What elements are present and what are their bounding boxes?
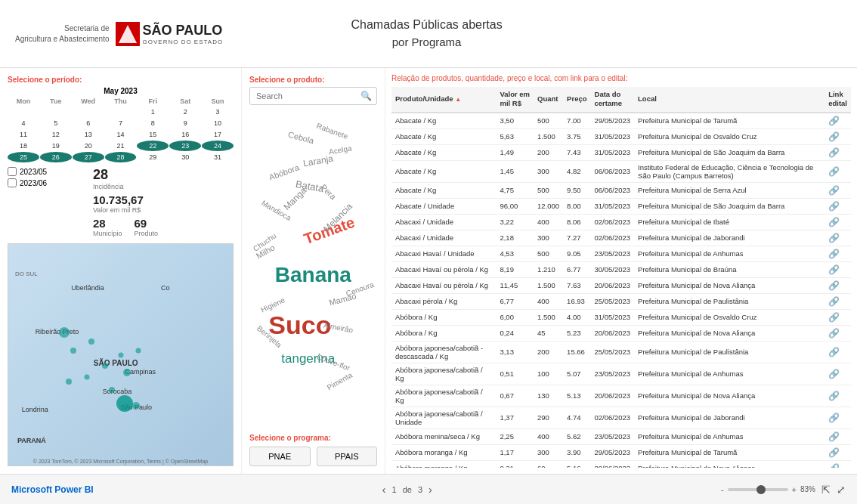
- cal-day[interactable]: 4: [8, 118, 39, 128]
- word-banana[interactable]: Banana: [275, 263, 351, 287]
- link-cell[interactable]: 🔗: [825, 407, 851, 428]
- link-cell[interactable]: 🔗: [825, 261, 851, 277]
- cal-day[interactable]: [105, 107, 137, 117]
- cal-day[interactable]: 22: [137, 141, 169, 151]
- month-checkbox-2[interactable]: [8, 178, 17, 187]
- month-option-2[interactable]: 2023/06: [8, 178, 78, 187]
- link-cell[interactable]: 🔗: [825, 460, 851, 468]
- cal-day[interactable]: 14: [105, 129, 137, 140]
- link-cell[interactable]: 🔗: [825, 444, 851, 460]
- link-cell[interactable]: 🔗: [825, 293, 851, 309]
- cal-day[interactable]: 28: [105, 152, 137, 162]
- col-produto[interactable]: Produto/Unidade ▲: [391, 87, 496, 113]
- powerbi-brand[interactable]: Microsoft Power BI: [11, 484, 94, 495]
- share-icon[interactable]: ⇱: [821, 484, 831, 496]
- cal-day[interactable]: 6: [73, 118, 104, 128]
- link-cell[interactable]: 🔗: [825, 246, 851, 261]
- cal-day[interactable]: 7: [105, 118, 137, 128]
- link-cell[interactable]: 🔗: [825, 428, 851, 444]
- col-quant[interactable]: Quant: [534, 87, 563, 113]
- word-cebola[interactable]: Cebola: [287, 130, 315, 146]
- cal-day[interactable]: 24: [202, 141, 234, 151]
- search-input[interactable]: [256, 91, 360, 100]
- link-icon[interactable]: 🔗: [828, 463, 840, 468]
- word-suco[interactable]: Suco: [268, 311, 331, 340]
- cal-day[interactable]: 25: [8, 152, 39, 162]
- link-cell[interactable]: 🔗: [825, 113, 851, 129]
- link-icon[interactable]: 🔗: [828, 347, 840, 357]
- link-cell[interactable]: 🔗: [825, 325, 851, 341]
- link-cell[interactable]: 🔗: [825, 198, 851, 214]
- cal-day[interactable]: 16: [169, 129, 201, 140]
- cal-day[interactable]: 2: [169, 107, 201, 117]
- link-icon[interactable]: 🔗: [828, 280, 840, 291]
- ppais-button[interactable]: PPAIS: [317, 447, 378, 466]
- link-icon[interactable]: 🔗: [828, 217, 840, 227]
- cal-day[interactable]: 10: [202, 118, 234, 128]
- cal-day[interactable]: 5: [40, 118, 72, 128]
- col-preco[interactable]: Preço: [563, 87, 590, 113]
- cal-day[interactable]: 11: [8, 129, 39, 140]
- col-link[interactable]: Linkedital: [825, 87, 851, 113]
- link-icon[interactable]: 🔗: [828, 328, 840, 339]
- cal-day[interactable]: 12: [40, 129, 72, 140]
- cal-day[interactable]: 1: [137, 107, 169, 117]
- link-cell[interactable]: 🔗: [825, 230, 851, 246]
- cal-day[interactable]: 30: [169, 152, 201, 162]
- cal-day[interactable]: 23: [169, 141, 201, 151]
- link-icon[interactable]: 🔗: [828, 131, 840, 142]
- pnae-button[interactable]: PNAE: [249, 447, 311, 466]
- prev-page-button[interactable]: ‹: [382, 484, 386, 496]
- cal-day[interactable]: 27: [73, 152, 104, 162]
- link-icon[interactable]: 🔗: [828, 233, 840, 243]
- link-icon[interactable]: 🔗: [828, 431, 840, 442]
- month-option-1[interactable]: 2023/05: [8, 167, 78, 176]
- link-icon[interactable]: 🔗: [828, 116, 840, 126]
- link-icon[interactable]: 🔗: [828, 185, 840, 196]
- link-cell[interactable]: 🔗: [825, 309, 851, 325]
- cal-day[interactable]: 3: [202, 107, 234, 117]
- link-icon[interactable]: 🔗: [828, 249, 840, 259]
- search-box[interactable]: 🔍: [249, 87, 377, 105]
- col-data[interactable]: Data docertame: [591, 87, 635, 113]
- cal-day[interactable]: 8: [137, 118, 169, 128]
- cal-day[interactable]: 26: [40, 152, 72, 162]
- word-rabanete[interactable]: Rabanete: [315, 122, 349, 141]
- month-checkbox-1[interactable]: [8, 167, 17, 176]
- cal-day[interactable]: 29: [137, 152, 169, 162]
- cal-day[interactable]: 20: [73, 141, 104, 151]
- link-icon[interactable]: 🔗: [828, 264, 840, 275]
- link-icon[interactable]: 🔗: [828, 201, 840, 212]
- col-local[interactable]: Local: [634, 87, 825, 113]
- col-valor[interactable]: Valor emmil R$: [496, 87, 534, 113]
- link-icon[interactable]: 🔗: [828, 312, 840, 323]
- cal-day[interactable]: 15: [137, 129, 169, 140]
- cal-day[interactable]: [8, 107, 39, 117]
- link-cell[interactable]: 🔗: [825, 128, 851, 144]
- link-icon[interactable]: 🔗: [828, 369, 840, 379]
- link-cell[interactable]: 🔗: [825, 363, 851, 385]
- link-cell[interactable]: 🔗: [825, 341, 851, 363]
- cal-day[interactable]: [40, 107, 72, 117]
- word-acelga[interactable]: Acelga: [328, 144, 352, 156]
- cal-day[interactable]: 21: [105, 141, 137, 151]
- link-icon[interactable]: 🔗: [828, 391, 840, 401]
- zoom-plus-button[interactable]: +: [792, 485, 797, 494]
- word-pimenta[interactable]: Pimenta: [326, 371, 354, 392]
- next-page-button[interactable]: ›: [428, 484, 432, 496]
- cal-day[interactable]: 19: [40, 141, 72, 151]
- link-cell[interactable]: 🔗: [825, 214, 851, 230]
- table-wrapper[interactable]: Produto/Unidade ▲ Valor emmil R$ Quant P…: [391, 87, 851, 468]
- link-icon[interactable]: 🔗: [828, 413, 840, 423]
- cal-day[interactable]: 13: [73, 129, 104, 140]
- fullscreen-icon[interactable]: ⤢: [837, 484, 846, 496]
- sort-arrow-produto[interactable]: ▲: [455, 96, 461, 103]
- cal-day[interactable]: 17: [202, 129, 234, 140]
- zoom-slider-thumb[interactable]: [756, 485, 766, 494]
- search-icon[interactable]: 🔍: [360, 91, 372, 101]
- zoom-minus-button[interactable]: -: [721, 485, 724, 494]
- link-cell[interactable]: 🔗: [825, 144, 851, 160]
- cal-day[interactable]: 31: [202, 152, 234, 162]
- link-icon[interactable]: 🔗: [828, 147, 840, 158]
- link-cell[interactable]: 🔗: [825, 277, 851, 293]
